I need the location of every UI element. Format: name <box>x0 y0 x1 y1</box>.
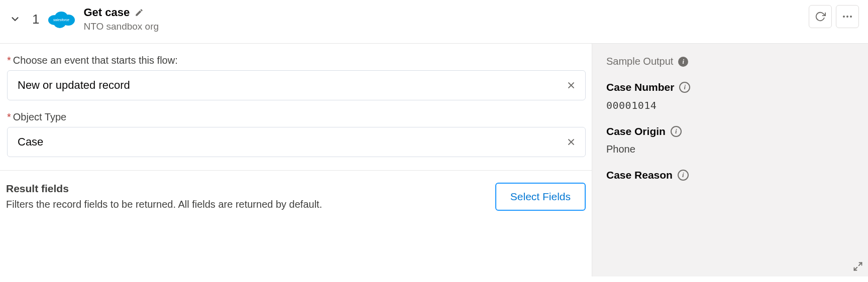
event-label-text: Choose an event that starts this flow: <box>13 55 178 66</box>
result-section: Result fields Filters the record fields … <box>0 171 592 211</box>
output-field-case-reason: Case Reason i <box>606 169 854 181</box>
form-section: *Choose an event that starts this flow: … <box>0 44 592 171</box>
step-number: 1 <box>32 12 39 27</box>
output-label-line: Case Origin i <box>606 125 854 137</box>
required-asterisk: * <box>7 55 11 66</box>
info-icon[interactable]: i <box>671 126 682 137</box>
sample-output-panel: Sample Output i Case Number i 00001014 C… <box>592 44 868 276</box>
event-row: *Choose an event that starts this flow: <box>7 55 586 100</box>
output-label: Case Number <box>606 81 674 93</box>
sample-output-header: Sample Output i <box>606 56 854 67</box>
sample-output-title: Sample Output <box>606 56 673 67</box>
event-input[interactable] <box>7 70 586 100</box>
event-label: *Choose an event that starts this flow: <box>7 55 586 66</box>
select-fields-button[interactable]: Select Fields <box>495 183 586 211</box>
header-right <box>809 5 859 28</box>
output-label-line: Case Number i <box>606 81 854 93</box>
header-left: 1 salesforce Get case NTO sandbox org <box>9 6 159 32</box>
info-icon[interactable]: i <box>678 170 689 181</box>
step-title: Get case <box>83 6 130 19</box>
result-fields-title: Result fields <box>6 183 495 195</box>
output-field-case-origin: Case Origin i Phone <box>606 125 854 155</box>
refresh-button[interactable] <box>809 5 832 28</box>
output-label: Case Origin <box>606 125 666 137</box>
chevron-down-icon[interactable] <box>9 13 21 25</box>
object-type-input[interactable] <box>7 127 586 157</box>
main-panel: *Choose an event that starts this flow: … <box>0 44 592 276</box>
svg-text:salesforce: salesforce <box>54 18 70 22</box>
output-value: 00001014 <box>606 99 854 111</box>
close-icon[interactable] <box>566 80 577 91</box>
result-fields-description: Filters the record fields to be returned… <box>6 199 495 210</box>
body: *Choose an event that starts this flow: … <box>0 44 868 276</box>
step-header: 1 salesforce Get case NTO sandbox org <box>0 0 868 44</box>
info-icon[interactable]: i <box>679 82 690 93</box>
title-block: Get case NTO sandbox org <box>83 6 159 32</box>
title-line: Get case <box>83 6 159 19</box>
salesforce-icon: salesforce <box>47 9 75 29</box>
edit-icon[interactable] <box>135 8 145 18</box>
expand-icon[interactable] <box>853 261 864 272</box>
output-label: Case Reason <box>606 169 673 181</box>
close-icon[interactable] <box>566 136 577 148</box>
svg-point-6 <box>846 16 848 18</box>
required-asterisk: * <box>7 111 11 122</box>
object-type-combo <box>7 127 586 157</box>
output-value: Phone <box>606 144 854 155</box>
event-combo <box>7 70 586 100</box>
object-type-label: *Object Type <box>7 111 586 123</box>
more-button[interactable] <box>836 5 859 28</box>
output-label-line: Case Reason i <box>606 169 854 181</box>
step-subtitle: NTO sandbox org <box>83 21 159 32</box>
output-field-case-number: Case Number i 00001014 <box>606 81 854 111</box>
info-icon[interactable]: i <box>678 57 688 67</box>
object-type-row: *Object Type <box>7 111 586 157</box>
object-type-label-text: Object Type <box>13 111 66 122</box>
svg-point-5 <box>843 16 845 18</box>
svg-point-7 <box>850 16 852 18</box>
result-text-block: Result fields Filters the record fields … <box>6 183 495 210</box>
